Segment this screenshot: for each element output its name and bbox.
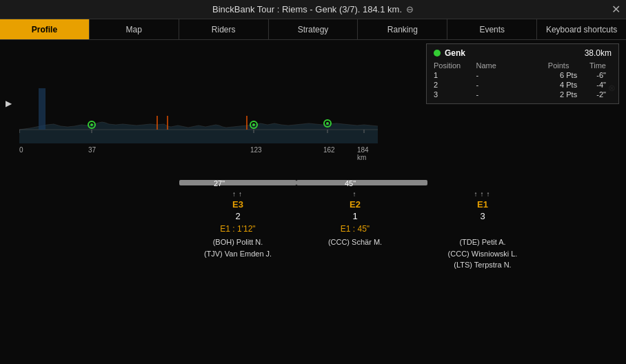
e2-time-bar-group: 45"	[296, 180, 427, 185]
time-bars-row: 27" 45"	[10, 178, 616, 188]
chart-svg	[19, 47, 378, 143]
tab-map[interactable]: Map	[90, 19, 179, 39]
e1-riders: (TDE) Petit A.(CCC) Wisniowski L.(LTS) T…	[448, 236, 518, 271]
group-e1: ↑ ↑ ↑ E1 3 (TDE) Petit A.(CCC) Wisniowsk…	[414, 190, 552, 271]
info-table-cell-name: -	[476, 80, 547, 90]
col-points: Points	[548, 61, 583, 70]
groups-section: 27" 45" ↑ ↑ E3 2 E1 : 1'12"	[0, 174, 626, 364]
tab-events[interactable]: Events	[447, 19, 537, 39]
main-content: ▶ ⊗ Genk 38.0km Position Name Points Tim…	[0, 40, 626, 364]
location-label: Genk	[434, 48, 465, 58]
e3-riders: (BOH) Politt N.(TJV) Van Emden J.	[204, 236, 272, 259]
info-table-row: 3-2 Pts-2"	[434, 90, 612, 99]
info-table-cell-name: -	[476, 70, 547, 80]
nav-tabs: Profile Map Riders Strategy Ranking Even…	[0, 19, 626, 40]
elevation-chart: 0 37 123 162 184 km	[19, 47, 378, 150]
window-title: BinckBank Tour : Riems - Genk (3/7). 184…	[212, 4, 402, 14]
info-table-cell-position: 2	[434, 80, 476, 90]
tab-profile[interactable]: Profile	[0, 19, 90, 39]
col-time: Time	[583, 61, 612, 70]
profile-area: ▶ ⊗ Genk 38.0km Position Name Points Tim…	[0, 40, 626, 174]
info-table-cell-position: 3	[434, 90, 476, 99]
e2-riders: (CCC) Schär M.	[328, 236, 382, 248]
col-position: Position	[434, 61, 476, 70]
info-table-cell-time: -6"	[583, 70, 612, 80]
e3-bar	[179, 180, 296, 185]
e2-num: 1	[352, 211, 357, 221]
tab-keyboard-shortcuts[interactable]: Keyboard shortcuts	[537, 19, 626, 39]
title-icon: ⊖	[406, 4, 414, 14]
e2-label: E2	[350, 199, 361, 210]
svg-point-16	[326, 122, 329, 125]
svg-point-14	[252, 123, 255, 126]
e1-label: E1	[477, 199, 488, 210]
title-bar: BinckBank Tour : Riems - Genk (3/7). 184…	[0, 0, 626, 19]
info-table-cell-time: -2"	[583, 90, 612, 99]
info-table-cell-points: 6 Pts	[548, 70, 583, 80]
info-panel-header: Genk 38.0km	[434, 48, 612, 58]
info-table-cell-time: -4"	[583, 80, 612, 90]
km-label-123: 123	[250, 146, 262, 154]
group-e2: ↑ E2 1 E1 : 45" (CCC) Schär M.	[296, 190, 414, 248]
km-label-0: 0	[19, 146, 23, 154]
info-table: Position Name Points Time 1-6 Pts-6"2-4 …	[434, 61, 612, 99]
e2-bar	[296, 180, 427, 185]
scroll-left-button[interactable]: ▶	[6, 99, 12, 108]
distance-label: 38.0km	[585, 48, 612, 58]
close-button[interactable]: ✕	[612, 4, 620, 15]
e2-arrows: ↑	[353, 190, 358, 198]
info-table-cell-position: 1	[434, 70, 476, 80]
info-table-cell-points: 4 Pts	[548, 80, 583, 90]
info-panel: Genk 38.0km Position Name Points Time 1-…	[426, 43, 619, 104]
group-e3: ↑ ↑ E3 2 E1 : 1'12" (BOH) Politt N.(TJV)…	[179, 190, 296, 259]
svg-point-12	[90, 123, 93, 126]
km-label-162: 162	[323, 146, 335, 154]
tab-ranking[interactable]: Ranking	[358, 19, 447, 39]
e3-extra-time: E1 : 1'12"	[220, 224, 255, 234]
e3-time-bar-group: 27"	[179, 180, 296, 185]
e3-num: 2	[235, 211, 240, 221]
groups-columns: ↑ ↑ E3 2 E1 : 1'12" (BOH) Politt N.(TJV)…	[10, 190, 616, 271]
info-table-cell-name: -	[476, 90, 547, 99]
e3-gap-label: 27"	[214, 179, 225, 188]
e3-label: E3	[232, 199, 243, 210]
e2-gap-label: 45"	[345, 179, 356, 188]
info-table-row: 2-4 Pts-4"	[434, 80, 612, 90]
tab-riders[interactable]: Riders	[179, 19, 269, 39]
km-label-37: 37	[88, 146, 96, 154]
e1-num: 3	[480, 211, 485, 221]
e3-arrows: ↑ ↑	[232, 190, 243, 198]
km-labels-row: 0 37 123 162 184 km	[19, 146, 378, 156]
e1-extra-time	[481, 224, 483, 234]
green-dot-icon	[434, 50, 441, 57]
e2-extra-time: E1 : 45"	[341, 224, 370, 234]
tab-strategy[interactable]: Strategy	[269, 19, 359, 39]
svg-rect-17	[39, 88, 46, 130]
e1-arrows: ↑ ↑ ↑	[474, 190, 492, 198]
km-label-184: 184 km	[357, 146, 378, 161]
col-name: Name	[476, 61, 547, 70]
info-table-cell-points: 2 Pts	[548, 90, 583, 99]
info-table-row: 1-6 Pts-6"	[434, 70, 612, 80]
